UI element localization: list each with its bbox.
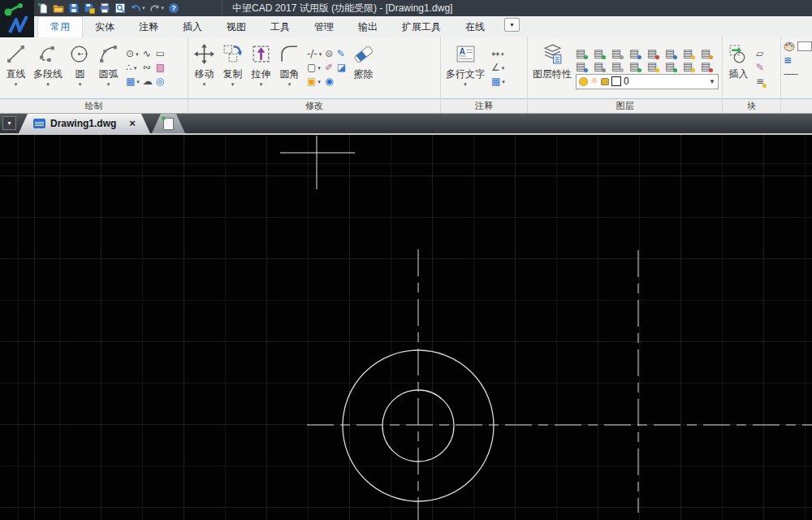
open-file-button[interactable]: [53, 2, 64, 15]
help-button[interactable]: ?: [168, 2, 179, 15]
undo-button[interactable]: ▾: [130, 2, 145, 15]
ribbon-tab-7[interactable]: 输出: [346, 16, 390, 37]
layer-thaw-all-button[interactable]: ▤: [701, 47, 718, 59]
layer-isolate-button[interactable]: ▤: [611, 47, 628, 59]
undo-icon: [130, 2, 141, 14]
tab-list-dropdown-button[interactable]: ▼: [2, 116, 16, 130]
panel-label-block: 块: [723, 98, 780, 113]
explode-button[interactable]: ▣▾: [307, 76, 322, 88]
ellipse-button[interactable]: ⊙▾: [126, 48, 140, 60]
layer-unlock-icon: ▤: [665, 48, 675, 58]
scale-button[interactable]: ▢▾: [307, 62, 322, 74]
linear-dimension-button[interactable]: ↔▾: [491, 48, 505, 60]
layer-refresh-button[interactable]: ▤: [665, 60, 682, 72]
drawing-canvas[interactable]: [0, 135, 812, 520]
layer-state-icon: ▤: [629, 61, 639, 72]
insert-block-button[interactable]: 插入: [725, 41, 752, 96]
layer-properties-button[interactable]: 图层特性: [530, 41, 574, 96]
chevron-down-icon: ▾: [260, 81, 263, 88]
chevron-down-icon: ▾: [79, 81, 82, 88]
spline-edit-button[interactable]: ✐: [325, 62, 333, 74]
polyline-label: 多段线: [33, 67, 63, 81]
layer-previous-button[interactable]: ▤: [594, 60, 611, 72]
stretch-button[interactable]: 拉伸 ▾: [248, 41, 274, 96]
mtext-button[interactable]: A 多行文字 ▾: [443, 41, 487, 96]
donut-button[interactable]: ◎: [156, 76, 165, 88]
document-tab-drawing1[interactable]: Drawing1.dwg ×: [19, 114, 150, 133]
layer-merge-button[interactable]: ▤: [611, 60, 628, 72]
table-button[interactable]: ▦▾: [491, 76, 505, 88]
trim-button[interactable]: -/-▾: [307, 48, 322, 60]
edit-length-button[interactable]: ✎: [337, 48, 346, 60]
layer-freeze-button[interactable]: ▤: [629, 47, 646, 59]
hatch-edit-button[interactable]: ◪: [337, 62, 346, 74]
layer-on-button[interactable]: ▤: [594, 47, 611, 59]
linetype-icon[interactable]: ╌╌╌: [784, 69, 797, 80]
plot-preview-button[interactable]: [114, 2, 126, 15]
spline-button[interactable]: ∿: [143, 48, 153, 60]
break-button[interactable]: ◉: [325, 76, 333, 88]
erase-button[interactable]: 擦除: [350, 41, 377, 96]
new-file-icon: [37, 2, 49, 14]
save-as-button[interactable]: [84, 2, 95, 15]
ribbon-tab-0[interactable]: 常用: [37, 16, 83, 37]
match-properties-button[interactable]: ⊜: [325, 48, 333, 60]
match-properties-icon: ⊜: [325, 49, 333, 59]
region-button[interactable]: ▦▾: [126, 76, 140, 88]
ribbon-tab-1[interactable]: 实体: [83, 16, 127, 37]
ribbon-tab-3[interactable]: 插入: [171, 16, 214, 37]
arc-button[interactable]: 圆弧 ▾: [95, 41, 122, 96]
leader-icon: ∠: [491, 63, 500, 73]
save-button[interactable]: [68, 2, 80, 15]
new-file-button[interactable]: [37, 2, 49, 15]
current-color-swatch[interactable]: [797, 41, 812, 51]
layer-state-button[interactable]: ▤: [629, 60, 646, 72]
ribbon-tab-5[interactable]: 工具: [258, 16, 302, 37]
lineweight-icon[interactable]: ≡: [784, 54, 792, 66]
ribbon-tab-4[interactable]: 视图: [214, 16, 258, 37]
color-palette-icon[interactable]: [784, 41, 795, 52]
fillet-button[interactable]: 圆角 ▾: [276, 41, 303, 96]
circle-button[interactable]: 圆 ▾: [67, 41, 93, 96]
ribbon-tab-8[interactable]: 扩展工具: [390, 16, 453, 37]
polyline-button[interactable]: 多段线 ▾: [31, 41, 65, 96]
mtext-label: 多行文字: [446, 67, 485, 81]
revision-cloud-button[interactable]: ☁: [143, 76, 153, 88]
create-block-button[interactable]: ▱: [756, 48, 764, 60]
line-button[interactable]: 直线 ▾: [2, 41, 29, 96]
layer-off-button[interactable]: ▤: [576, 47, 593, 59]
rectangle-button[interactable]: ▭: [156, 48, 165, 60]
attribute-manager-button[interactable]: ≡: [756, 76, 764, 88]
app-logo[interactable]: [0, 0, 34, 37]
layer-dropdown[interactable]: ☼ 0 ▼: [576, 74, 719, 89]
panel-properties-partial: ≡ ╌╌╌: [781, 37, 812, 113]
table-icon: ▦: [491, 76, 500, 87]
ribbon-tab-9[interactable]: 在线: [453, 16, 497, 37]
point-button[interactable]: ∴▾: [126, 62, 140, 74]
chevron-down-icon: ▾: [142, 5, 145, 11]
layer-walk-button[interactable]: ▤: [647, 60, 664, 72]
redo-button[interactable]: ▾: [149, 2, 165, 15]
ribbon-overflow-button[interactable]: ▼: [504, 18, 520, 32]
close-icon[interactable]: ×: [129, 119, 136, 128]
ribbon-tab-6[interactable]: 管理: [302, 16, 346, 37]
layer-match-button[interactable]: ▤: [576, 60, 593, 72]
circle-label: 圆: [76, 67, 85, 81]
polyline-3d-button[interactable]: ∾: [143, 62, 153, 74]
layer-unlock-button[interactable]: ▤: [665, 47, 682, 59]
spline-icon: ∿: [143, 49, 151, 59]
leader-button[interactable]: ∠▾: [491, 62, 505, 74]
layer-lock-button[interactable]: ▤: [647, 47, 664, 59]
block-editor-button[interactable]: ✎: [756, 62, 764, 74]
new-document-tab-button[interactable]: [152, 114, 185, 133]
layer-turn-all-on-button[interactable]: ▤: [683, 47, 700, 59]
hatch-button[interactable]: ▨: [156, 62, 165, 74]
ribbon-tab-2[interactable]: 注释: [127, 16, 171, 37]
copy-button[interactable]: 复制 ▾: [219, 41, 246, 96]
move-button[interactable]: 移动 ▾: [191, 41, 218, 96]
explode-icon: ▣: [307, 76, 316, 87]
layer-fade-lock-button[interactable]: ▤: [683, 60, 700, 72]
print-button[interactable]: [99, 2, 110, 15]
layer-delete-button[interactable]: ▤: [701, 60, 718, 72]
plot-preview-icon: [114, 2, 126, 14]
